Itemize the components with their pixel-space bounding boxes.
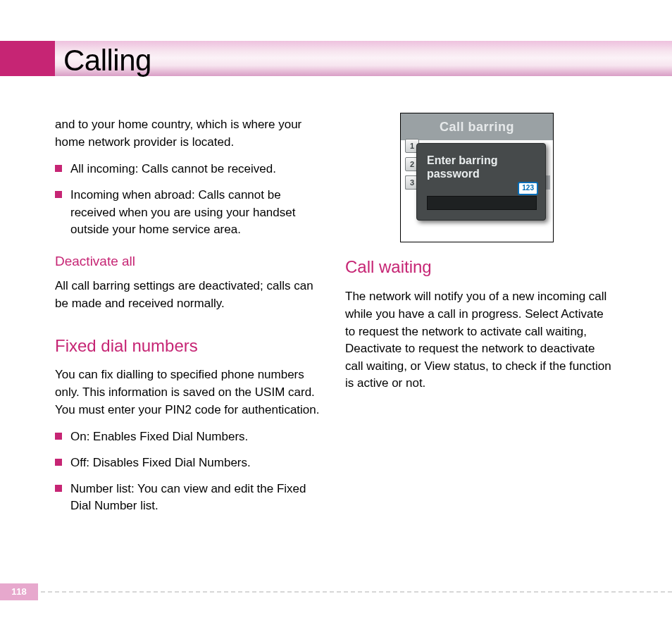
column-left: and to your home country, which is where…: [55, 116, 323, 524]
heading-fixed-dial: Fixed dial numbers: [55, 334, 323, 359]
screenshot-title: Call barring: [401, 113, 553, 140]
intro-continuation: and to your home country, which is where…: [55, 116, 323, 151]
fixed-dial-body: You can fix dialling to specified phone …: [55, 366, 323, 419]
password-input: [427, 196, 537, 210]
page-footer: 118: [0, 583, 672, 600]
dialog-text: Enter barring password: [427, 154, 537, 180]
column-right: Call barring 1 2 3 Enter barring passwor…: [345, 113, 613, 402]
screenshot-dialog: Enter barring password 123: [416, 143, 546, 221]
page-title: Calling: [63, 39, 151, 82]
deactivate-body: All call barring settings are deactivate…: [55, 278, 323, 312]
bullet-incoming-abroad: Incoming when abroad: Calls cannot be re…: [55, 187, 323, 239]
header-accent: [0, 41, 55, 76]
heading-call-waiting: Call waiting: [345, 255, 613, 280]
dialog-line-1: Enter barring: [427, 154, 497, 166]
heading-deactivate-all: Deactivate all: [55, 252, 323, 271]
page-header: Calling: [0, 41, 672, 76]
bullet-all-incoming: All incoming: Calls cannot be received.: [55, 161, 323, 178]
fixed-dial-bullets: On: Enables Fixed Dial Numbers. Off: Dis…: [55, 428, 323, 515]
call-waiting-body: The network will notify you of a new inc…: [345, 288, 613, 392]
phone-screenshot: Call barring 1 2 3 Enter barring passwor…: [400, 113, 554, 242]
input-mode-badge: 123: [518, 182, 538, 195]
page-number: 118: [0, 583, 38, 600]
bullet-fdn-off: Off: Disables Fixed Dial Numbers.: [55, 454, 323, 472]
dialog-line-2: password: [427, 168, 480, 180]
bullet-fdn-list: Number list: You can view and edit the F…: [55, 481, 323, 515]
bullet-fdn-on: On: Enables Fixed Dial Numbers.: [55, 428, 323, 446]
barring-bullets: All incoming: Calls cannot be received. …: [55, 161, 323, 239]
footer-divider: [41, 591, 672, 593]
